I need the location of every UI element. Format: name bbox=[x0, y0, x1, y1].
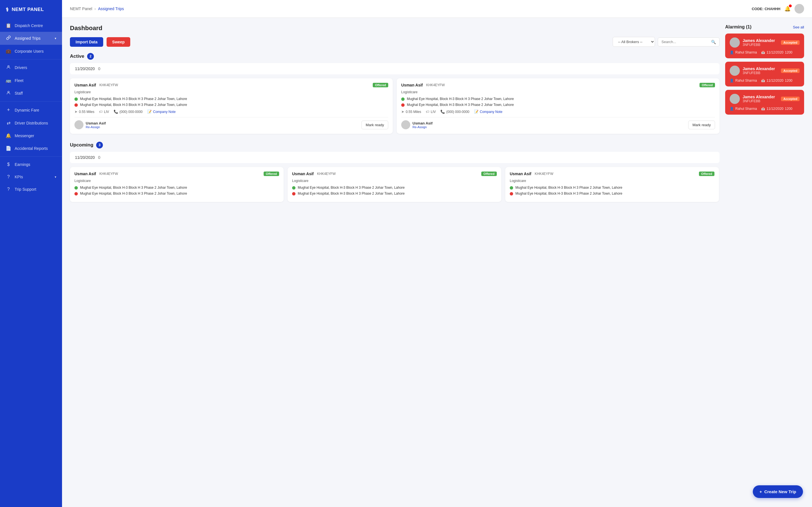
reassign-button[interactable]: Re-Assign bbox=[86, 125, 106, 129]
trip-card-header: Usman Asif KHK4EYFW Offered bbox=[401, 83, 715, 87]
dropoff-address: Mughal Eye Hospital, Block H-3 Block H 3… bbox=[515, 191, 622, 195]
import-data-button[interactable]: Import Data bbox=[70, 37, 103, 47]
sweep-button[interactable]: Sweep bbox=[107, 37, 130, 47]
trip-footer: Usman Asif Re-Assign Mark ready bbox=[74, 117, 388, 129]
alarm-info: James Alexander 3NFUFEBB bbox=[743, 38, 775, 47]
phone-icon: 📞 bbox=[441, 110, 445, 114]
breadcrumb-parent[interactable]: NEMT Panel bbox=[70, 6, 92, 11]
driver-name: Usman Asif bbox=[412, 121, 433, 125]
earnings-icon: $ bbox=[6, 162, 11, 167]
breadcrumb-current: Assigned Trips bbox=[98, 6, 124, 11]
broker-select[interactable]: -- All Brokers -- bbox=[613, 37, 655, 47]
header: NEMT Panel › Assigned Trips CODE: CHAHHH… bbox=[62, 0, 812, 18]
note-meta[interactable]: 📝 Company Note bbox=[474, 110, 502, 114]
company-note-link[interactable]: Company Note bbox=[480, 110, 502, 114]
sidebar-item-corporate-users[interactable]: 💼 Corporate Users bbox=[0, 45, 62, 57]
trip-company: Logisticare bbox=[74, 179, 279, 183]
trip-card-header: Usman Asif KHK4EYFW Offered bbox=[510, 172, 714, 176]
trip-company: Logisticare bbox=[292, 179, 497, 183]
kpis-icon: ? bbox=[6, 174, 11, 179]
drivers-icon bbox=[6, 65, 11, 70]
sidebar-item-assigned-trips[interactable]: Assigned Trips ▾ bbox=[0, 32, 62, 45]
staff-icon bbox=[6, 91, 11, 96]
sidebar-item-dispatch[interactable]: 📋 Dispatch Centre bbox=[0, 19, 62, 32]
dropoff-dot-icon bbox=[74, 103, 78, 107]
trip-driver-name: Usman Asif bbox=[74, 172, 96, 176]
trip-footer: Usman Asif Re-Assign Mark ready bbox=[401, 117, 715, 129]
sidebar-item-accidental-reports[interactable]: 📄 Accidental Reports bbox=[0, 142, 62, 155]
alarm-time: 1200 bbox=[785, 78, 793, 82]
sidebar-item-driver-distributions[interactable]: ⇄ Driver Distributions bbox=[0, 117, 62, 129]
sidebar-item-earnings[interactable]: $ Earnings bbox=[0, 158, 62, 171]
phone-meta: 📞 (000) 000-0000 bbox=[441, 110, 469, 114]
active-date: 11/20/2020 bbox=[75, 66, 95, 71]
tag-icon: 🏷 bbox=[99, 110, 103, 114]
driver-info: Usman Asif Re-Assign bbox=[74, 120, 106, 129]
phone-meta: 📞 (000) 000-0000 bbox=[114, 110, 143, 114]
alarm-code: 3NFUFEBB bbox=[743, 99, 775, 103]
trip-code: KHK4EYFW bbox=[317, 172, 336, 176]
header-code: CODE: CHAHHH bbox=[752, 7, 780, 11]
trip-pickup-location: Mughal Eye Hospital, Block H-3 Block H 3… bbox=[401, 97, 715, 101]
alarm-date: 11/12/2020 bbox=[767, 78, 783, 82]
sidebar-item-trip-support[interactable]: ? Trip Support bbox=[0, 183, 62, 195]
alarm-footer: 👤 Rahul Sharma 📅 11/12/2020 1200 bbox=[730, 50, 800, 54]
note-icon: 📝 bbox=[147, 110, 152, 114]
sidebar-label-corporate-users: Corporate Users bbox=[15, 49, 44, 54]
search-input[interactable] bbox=[661, 40, 709, 44]
alarm-info: James Alexander 3NFUFEBB bbox=[743, 66, 775, 75]
trip-meta: ➤ 0.55 Miles 🏷 LIV 📞 (000) 000-0000 bbox=[74, 110, 388, 114]
tag-value: LIV bbox=[104, 110, 109, 114]
sidebar-item-drivers[interactable]: Drivers bbox=[0, 61, 62, 74]
note-meta[interactable]: 📝 Company Note bbox=[147, 110, 175, 114]
alarm-date: 11/12/2020 bbox=[767, 107, 783, 111]
driver-avatar bbox=[401, 120, 410, 129]
content-area: Dashboard Import Data Sweep -- All Broke… bbox=[62, 18, 812, 507]
driver-distributions-icon: ⇄ bbox=[6, 120, 11, 126]
upcoming-date-count: 0 bbox=[98, 155, 100, 160]
active-date-count: 0 bbox=[98, 66, 100, 71]
active-section-header: Active 2 bbox=[70, 53, 719, 60]
sidebar-nav: 📋 Dispatch Centre Assigned Trips ▾ 💼 Cor… bbox=[0, 19, 62, 507]
alarm-avatar bbox=[730, 66, 740, 76]
dropoff-dot-icon bbox=[74, 192, 78, 195]
upcoming-section-header: Upcoming 3 bbox=[70, 142, 719, 149]
alarm-card: James Alexander 3NFUFEBB Accepted 👤 Rahu… bbox=[725, 34, 804, 58]
trip-pickup-location: Mughal Eye Hospital, Block H-3 Block H 3… bbox=[292, 186, 497, 189]
trip-status-badge: Offered bbox=[264, 172, 279, 176]
upcoming-date-row: 11/20/2020 0 bbox=[70, 152, 719, 163]
accidental-reports-icon: 📄 bbox=[6, 146, 11, 151]
pickup-address: Mughal Eye Hospital, Block H-3 Block H 3… bbox=[80, 97, 187, 101]
mark-ready-button[interactable]: Mark ready bbox=[361, 121, 388, 129]
dynamic-fare-icon: + bbox=[6, 107, 11, 113]
sidebar-item-fleet[interactable]: 🚌 Fleet bbox=[0, 74, 62, 87]
svg-point-1 bbox=[8, 91, 9, 93]
alarm-card-top: James Alexander 3NFUFEBB Accepted bbox=[730, 94, 800, 104]
alarm-rider: 👤 Rahul Sharma bbox=[730, 78, 757, 82]
avatar[interactable] bbox=[795, 4, 804, 13]
pickup-address: Mughal Eye Hospital, Block H-3 Block H 3… bbox=[80, 186, 187, 189]
see-all-button[interactable]: See all bbox=[793, 25, 804, 29]
alarm-code: 3NFUFEBB bbox=[743, 71, 775, 75]
mark-ready-button[interactable]: Mark ready bbox=[688, 121, 715, 129]
sidebar-item-messenger[interactable]: 🔔 Messenger bbox=[0, 129, 62, 142]
sidebar-item-dynamic-fare[interactable]: + Dynamic Fare bbox=[0, 103, 62, 117]
trip-card: Usman Asif KHK4EYFW Offered Logisticare … bbox=[70, 78, 393, 134]
trip-support-icon: ? bbox=[6, 187, 11, 192]
trip-dropoff-location: Mughal Eye Hospital, Block H-3 Block H 3… bbox=[401, 103, 715, 107]
trip-company: Logisticare bbox=[401, 90, 715, 94]
trip-driver-name: Usman Asif bbox=[510, 172, 531, 176]
notification-bell-button[interactable]: 🔔 bbox=[784, 6, 791, 12]
sidebar-item-staff[interactable]: Staff bbox=[0, 87, 62, 100]
upcoming-section-title: Upcoming bbox=[70, 142, 93, 148]
trip-company: Logisticare bbox=[510, 179, 714, 183]
company-note-link[interactable]: Company Note bbox=[153, 110, 175, 114]
trip-driver-name: Usman Asif bbox=[292, 172, 314, 176]
create-new-trip-button[interactable]: + Create New Trip bbox=[753, 485, 803, 498]
reassign-button[interactable]: Re-Assign bbox=[412, 125, 433, 129]
search-box: 🔍 bbox=[658, 38, 719, 47]
trip-code: KHK4EYFW bbox=[100, 83, 118, 87]
alarm-time: 1200 bbox=[785, 50, 793, 54]
sidebar-item-kpis[interactable]: ? KPIs ▾ bbox=[0, 171, 62, 183]
rider-name: Rahul Sharma bbox=[735, 50, 757, 54]
